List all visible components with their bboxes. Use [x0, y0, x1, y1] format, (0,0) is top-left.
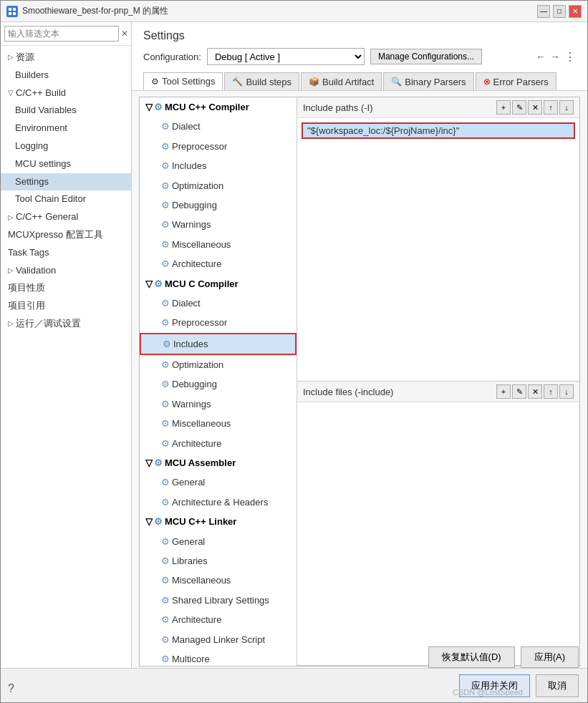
help-icon[interactable]: ?: [8, 682, 14, 695]
tree-item-optimization-c[interactable]: ⚙ Optimization: [140, 355, 297, 374]
apply-btn[interactable]: 应用(A): [521, 646, 579, 668]
close-btn[interactable]: ✕: [569, 5, 582, 18]
sidebar-item-build-variables[interactable]: Build Variables: [1, 102, 131, 120]
sidebar-item-settings[interactable]: Settings: [1, 173, 131, 191]
sidebar-item-mcu-settings[interactable]: MCU settings: [1, 155, 131, 173]
watermark: CSDN @LostSpeed: [453, 688, 523, 697]
sidebar-item-builders[interactable]: Builders: [1, 67, 131, 84]
sidebar-item-label: C/C++ General: [16, 210, 78, 225]
sidebar-item-project-ref[interactable]: 项目引用: [1, 297, 131, 315]
include-files-edit-btn[interactable]: ✎: [512, 384, 526, 399]
tab-binary-parsers[interactable]: 🔍 Binary Parsers: [383, 72, 473, 90]
item-label: Libraries: [172, 553, 208, 569]
tree-item-general-linker[interactable]: ⚙ General: [140, 532, 297, 551]
tree-item-dialect-cpp[interactable]: ⚙ Dialect: [140, 117, 297, 136]
window-icon: [6, 6, 18, 17]
sidebar-item-resources[interactable]: ▷ 资源: [1, 49, 131, 67]
search-clear-btn[interactable]: ✕: [121, 29, 128, 39]
tree-item-debugging-cpp[interactable]: ⚙ Debugging: [140, 195, 297, 215]
sidebar-item-cpp-general[interactable]: ▷ C/C++ General: [1, 208, 131, 226]
tree-item-libraries-linker[interactable]: ⚙ Libraries: [140, 551, 297, 571]
tree-item-arch-headers-asm[interactable]: ⚙ Architecture & Headers: [140, 493, 297, 512]
item-label: Shared Library Settings: [172, 592, 269, 609]
include-paths-down-btn[interactable]: ↓: [559, 100, 574, 115]
sidebar-item-cpp-build[interactable]: ▽ C/C++ Build: [1, 84, 131, 102]
sidebar-item-mcuxpresso[interactable]: MCUXpresso 配置工具: [1, 226, 131, 244]
tree-item-managed-linker-script[interactable]: ⚙ Managed Linker Script: [140, 630, 297, 649]
window-controls[interactable]: — □ ✕: [537, 5, 582, 18]
tree-item-dialect-c[interactable]: ⚙ Dialect: [140, 294, 297, 313]
search-input[interactable]: [4, 26, 119, 42]
binary-parsers-icon: 🔍: [391, 77, 402, 87]
include-path-entry[interactable]: "${workspace_loc:/${ProjName}/inc}": [302, 122, 575, 139]
tree-item-preprocessor-c[interactable]: ⚙ Preprocessor: [140, 313, 297, 332]
section-label: MCU C Compiler: [165, 276, 238, 292]
restore-defaults-btn[interactable]: 恢复默认值(D): [428, 646, 515, 668]
sidebar-item-environment[interactable]: Environment: [1, 120, 131, 137]
tab-build-artifact[interactable]: 📦 Build Artifact: [301, 72, 382, 90]
include-paths-up-btn[interactable]: ↑: [544, 100, 558, 115]
item-icon: ⚙: [161, 256, 170, 272]
tree-section-mcu-cpp-linker[interactable]: ▽ ⚙ MCU C++ Linker: [140, 512, 297, 531]
include-paths-add-btn[interactable]: +: [496, 100, 511, 115]
cancel-btn[interactable]: 取消: [536, 674, 579, 697]
sidebar-item-toolchain-editor[interactable]: Tool Chain Editor: [1, 190, 131, 208]
maximize-btn[interactable]: □: [553, 5, 566, 18]
include-files-up-btn[interactable]: ↑: [544, 384, 558, 399]
svg-rect-1: [13, 8, 16, 11]
search-box[interactable]: ✕: [1, 22, 131, 46]
sidebar-item-project-props[interactable]: 项目性质: [1, 279, 131, 297]
config-label: Configuration:: [143, 52, 201, 62]
tree-item-shared-lib-linker[interactable]: ⚙ Shared Library Settings: [140, 591, 297, 610]
include-paths-delete-btn[interactable]: ✕: [528, 100, 542, 115]
include-files-down-btn[interactable]: ↓: [559, 384, 574, 399]
tab-tool-settings[interactable]: ⚙ Tool Settings: [143, 72, 223, 90]
include-files-delete-btn[interactable]: ✕: [528, 384, 542, 399]
include-files-add-btn[interactable]: +: [496, 384, 511, 399]
nav-back-btn[interactable]: ←: [536, 51, 546, 62]
tree-section-mcu-c-compiler[interactable]: ▽ ⚙ MCU C Compiler: [140, 274, 297, 294]
tree-item-warnings-c[interactable]: ⚙ Warnings: [140, 394, 297, 414]
tree-item-preprocessor-cpp[interactable]: ⚙ Preprocessor: [140, 137, 297, 156]
tree-section-mcu-assembler[interactable]: ▽ ⚙ MCU Assembler: [140, 453, 297, 472]
item-label: Architecture: [172, 435, 221, 452]
sidebar-item-logging[interactable]: Logging: [1, 137, 131, 155]
svg-rect-2: [9, 12, 11, 15]
tree-item-miscellaneous-linker[interactable]: ⚙ Miscellaneous: [140, 571, 297, 590]
nav-menu-btn[interactable]: ⋮: [564, 50, 576, 64]
include-paths-edit-btn[interactable]: ✎: [512, 100, 526, 115]
section-expand-arrow: ▽: [145, 99, 153, 115]
tree-item-debugging-c[interactable]: ⚙ Debugging: [140, 374, 297, 394]
item-label: Architecture & Headers: [172, 494, 268, 510]
manage-configurations-btn[interactable]: Manage Configurations...: [370, 49, 482, 64]
item-label: Includes: [172, 157, 206, 174]
tree-section-mcu-cpp-compiler[interactable]: ▽ ⚙ MCU C++ Compiler: [140, 97, 297, 117]
item-icon: ⚙: [161, 533, 170, 550]
build-artifact-icon: 📦: [309, 77, 319, 87]
window-title: Smoothieware_best-for-pnp_M 的属性: [22, 5, 537, 17]
tab-error-parsers[interactable]: ⊗ Error Parsers: [476, 72, 556, 90]
tree-item-optimization-cpp[interactable]: ⚙ Optimization: [140, 176, 297, 195]
tree-item-architecture-c[interactable]: ⚙ Architecture: [140, 434, 297, 453]
tree-item-architecture-linker[interactable]: ⚙ Architecture: [140, 610, 297, 629]
minimize-btn[interactable]: —: [537, 5, 550, 18]
tree-item-includes-cpp[interactable]: ⚙ Includes: [140, 156, 297, 175]
tree-item-architecture-cpp[interactable]: ⚙ Architecture: [140, 254, 297, 273]
expand-arrow: ▷: [8, 265, 14, 276]
sidebar-item-validation[interactable]: ▷ Validation: [1, 262, 131, 280]
tab-build-steps[interactable]: 🔨 Build steps: [224, 72, 299, 90]
tree-item-miscellaneous-cpp[interactable]: ⚙ Miscellaneous: [140, 235, 297, 254]
tree-item-includes-c[interactable]: ⚙ Includes: [140, 333, 297, 355]
section-icon: ⚙: [154, 513, 163, 530]
tabs-row: ⚙ Tool Settings 🔨 Build steps 📦 Build Ar…: [143, 72, 576, 90]
tree-item-warnings-cpp[interactable]: ⚙ Warnings: [140, 215, 297, 234]
item-icon: ⚙: [161, 178, 170, 194]
sidebar-item-label: Task Tags: [8, 246, 49, 261]
tree-item-general-asm[interactable]: ⚙ General: [140, 472, 297, 492]
sidebar-item-task-tags[interactable]: Task Tags: [1, 244, 131, 262]
config-select[interactable]: Debug [ Active ]: [207, 48, 365, 65]
nav-forward-btn[interactable]: →: [550, 51, 560, 62]
sidebar-item-run-debug[interactable]: ▷ 运行／调试设置: [1, 315, 131, 333]
tree-item-multicore-linker[interactable]: ⚙ Multicore: [140, 649, 297, 666]
tree-item-miscellaneous-c[interactable]: ⚙ Miscellaneous: [140, 414, 297, 433]
